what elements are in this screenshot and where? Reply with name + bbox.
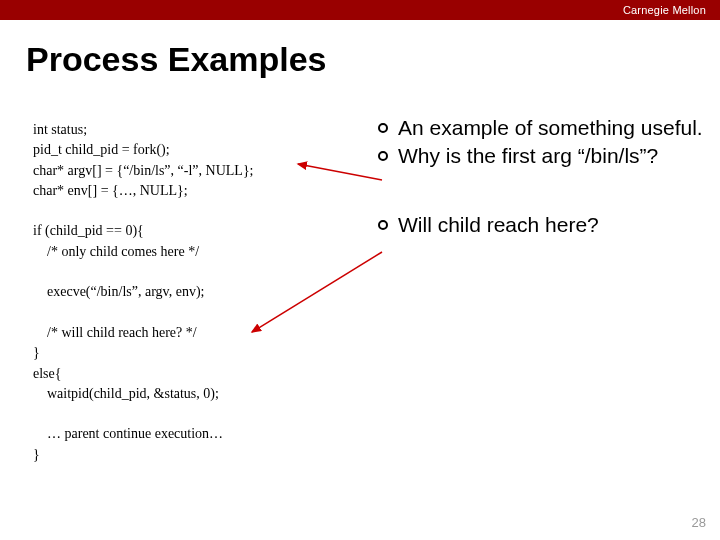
svg-line-1 (252, 252, 382, 332)
bullet-2: Why is the first arg “/bin/ls”? (378, 143, 708, 169)
bullet-marker-icon (378, 220, 388, 230)
bullet-text: An example of something useful. (398, 115, 703, 141)
brand-text: Carnegie Mellon (623, 4, 706, 16)
code-line: /* only child comes here */ (33, 244, 199, 259)
code-line: … parent continue execution… (33, 426, 223, 441)
page-number: 28 (692, 515, 706, 530)
code-line: else{ (33, 366, 62, 381)
code-line: } (33, 447, 40, 462)
page-title: Process Examples (26, 40, 327, 79)
bullet-3: Will child reach here? (378, 212, 708, 238)
bullet-text: Will child reach here? (398, 212, 599, 238)
code-block: int status; pid_t child_pid = fork(); ch… (33, 120, 254, 465)
bullet-marker-icon (378, 151, 388, 161)
code-line: char* argv[] = {“/bin/ls”, “-l”, NULL}; (33, 163, 254, 178)
code-line: } (33, 345, 40, 360)
code-line: /* will child reach here? */ (33, 325, 197, 340)
bullet-marker-icon (378, 123, 388, 133)
code-line: char* env[] = {…, NULL}; (33, 183, 188, 198)
bullet-text: Why is the first arg “/bin/ls”? (398, 143, 658, 169)
code-line: int status; (33, 122, 87, 137)
svg-line-0 (298, 164, 382, 180)
arrow-icon (246, 248, 386, 338)
code-line: execve(“/bin/ls”, argv, env); (33, 284, 204, 299)
topbar: Carnegie Mellon (0, 0, 720, 20)
code-line: waitpid(child_pid, &status, 0); (33, 386, 219, 401)
slide: Carnegie Mellon Process Examples int sta… (0, 0, 720, 540)
bullet-1: An example of something useful. (378, 115, 708, 141)
code-line: if (child_pid == 0){ (33, 223, 144, 238)
bullet-list: An example of something useful. Why is t… (378, 115, 708, 240)
code-line: pid_t child_pid = fork(); (33, 142, 170, 157)
arrow-icon (294, 158, 386, 186)
